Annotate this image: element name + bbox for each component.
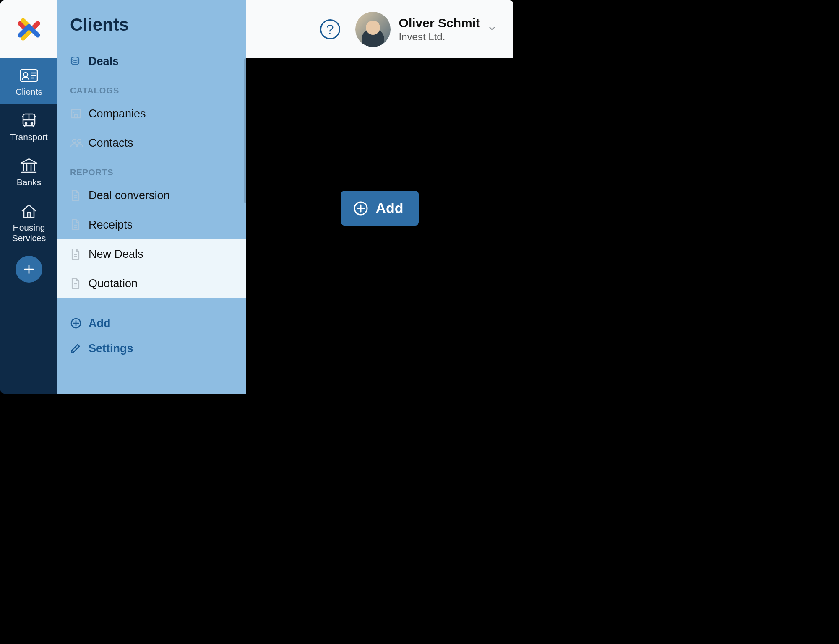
main-add-label: Add	[375, 200, 403, 216]
panel-item-label: Contacts	[89, 137, 133, 150]
panel-add-button[interactable]: Add	[57, 311, 246, 336]
panel-item-label: Receipts	[89, 218, 133, 231]
panel-item-companies[interactable]: Companies	[57, 99, 246, 128]
avatar[interactable]	[355, 12, 391, 47]
plus-circle-icon	[353, 200, 369, 216]
bus-icon	[20, 111, 38, 130]
house-icon	[20, 202, 38, 221]
main-add-button[interactable]: Add	[341, 191, 418, 226]
rail-label: Clients	[16, 87, 42, 97]
rail-item-clients[interactable]: Clients	[0, 58, 57, 104]
secondary-panel: Clients Deals CATALOGS Companies	[57, 0, 246, 394]
svg-point-8	[25, 122, 27, 124]
pencil-icon	[70, 343, 89, 354]
panel-item-label: Settings	[89, 342, 133, 355]
panel-item-label: Deal conversion	[89, 189, 170, 202]
id-card-icon	[19, 66, 39, 85]
panel-item-new-deals[interactable]: New Deals	[57, 239, 246, 269]
plus-circle-icon	[70, 317, 89, 329]
plus-icon	[23, 263, 35, 275]
rail-add-button[interactable]	[16, 256, 42, 283]
document-icon	[70, 218, 89, 231]
panel-item-label: Deals	[89, 55, 119, 68]
rail-item-transport[interactable]: Transport	[0, 104, 57, 149]
app-logo[interactable]	[0, 0, 57, 58]
panel-item-quotation[interactable]: Quotation	[57, 269, 246, 298]
logo-icon	[14, 15, 44, 44]
rail-label: Banks	[17, 177, 41, 187]
panel-item-receipts[interactable]: Receipts	[57, 210, 246, 239]
help-button[interactable]: ?	[320, 19, 340, 39]
rail-label: Housing Services	[3, 223, 55, 243]
rail-item-housing-services[interactable]: Housing Services	[0, 194, 57, 249]
user-org: Invest Ltd.	[399, 31, 480, 43]
svg-point-27	[78, 139, 81, 143]
panel-item-label: Companies	[89, 107, 146, 120]
user-menu-toggle[interactable]	[487, 24, 497, 35]
svg-rect-25	[75, 115, 77, 118]
rail-item-banks[interactable]: Banks	[0, 149, 57, 194]
chevron-down-icon	[487, 24, 497, 33]
section-catalogs: CATALOGS	[70, 86, 246, 96]
svg-rect-21	[72, 109, 80, 118]
panel-item-label: Quotation	[89, 277, 138, 290]
panel-item-contacts[interactable]: Contacts	[57, 128, 246, 158]
scrollbar[interactable]	[244, 58, 246, 203]
user-block[interactable]: Oliver Schmit Invest Ltd.	[399, 16, 480, 43]
panel-item-label: New Deals	[89, 248, 143, 261]
svg-point-1	[23, 73, 28, 77]
panel-item-deals[interactable]: Deals	[57, 47, 246, 76]
help-icon: ?	[326, 22, 334, 37]
document-icon	[70, 277, 89, 290]
user-name: Oliver Schmit	[399, 16, 480, 30]
svg-point-9	[31, 122, 33, 124]
bank-icon	[19, 156, 39, 176]
panel-settings-button[interactable]: Settings	[57, 336, 246, 361]
rail-label: Transport	[10, 132, 47, 142]
coins-icon	[70, 55, 89, 67]
document-icon	[70, 248, 89, 260]
section-reports: REPORTS	[70, 168, 246, 177]
people-icon	[70, 138, 89, 148]
document-icon	[70, 189, 89, 202]
panel-item-label: Add	[89, 317, 110, 330]
building-icon	[70, 108, 89, 119]
panel-item-deal-conversion[interactable]: Deal conversion	[57, 181, 246, 210]
svg-point-20	[71, 57, 79, 60]
main-content: Add	[246, 58, 513, 394]
svg-point-26	[73, 139, 76, 143]
panel-title: Clients	[70, 15, 246, 35]
left-rail: Clients Transport	[0, 0, 57, 394]
svg-rect-17	[28, 213, 30, 218]
